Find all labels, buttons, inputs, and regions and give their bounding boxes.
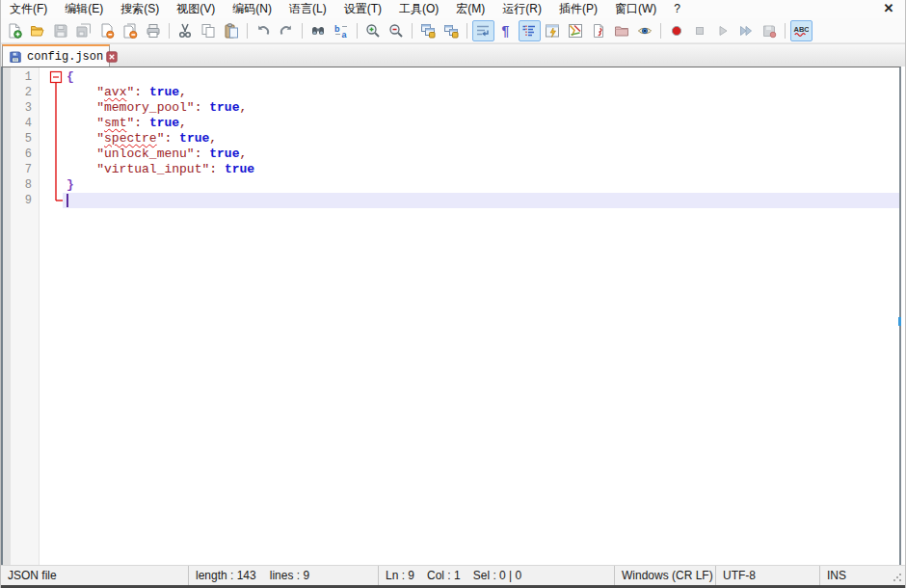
line-number: 7 xyxy=(11,162,39,177)
toolbar-separator xyxy=(247,23,248,39)
document-map-icon xyxy=(568,23,583,39)
code-token: " xyxy=(96,116,104,130)
menu-item-12[interactable]: ? xyxy=(665,0,689,18)
svg-text:a: a xyxy=(342,29,348,39)
window-close-button[interactable]: ✕ xyxy=(878,0,899,18)
save-file-button[interactable] xyxy=(50,20,72,41)
code-line-7[interactable]: "virtual_input": true xyxy=(63,162,899,177)
menu-item-3[interactable]: 视图(V) xyxy=(168,0,224,18)
indent-guide-button[interactable] xyxy=(519,20,541,41)
code-line-6[interactable]: "unlock_menu": true, xyxy=(63,147,899,162)
code-token: , xyxy=(239,147,247,161)
code-token xyxy=(142,116,149,130)
code-line-9[interactable] xyxy=(63,193,899,208)
function-list-icon xyxy=(545,23,560,39)
code-token: , xyxy=(179,85,187,99)
status-encoding[interactable]: UTF-8 xyxy=(716,566,820,585)
code-token: , xyxy=(209,131,217,146)
function-list-button[interactable] xyxy=(542,20,564,41)
toolbar-separator xyxy=(412,23,413,39)
tab-config-json[interactable]: config.json xyxy=(2,44,110,67)
macro-save-button[interactable] xyxy=(759,20,781,41)
cut-button[interactable] xyxy=(174,20,197,41)
menu-item-8[interactable]: 宏(M) xyxy=(447,0,493,18)
undo-button[interactable] xyxy=(253,20,275,41)
code-token: avx xyxy=(104,85,126,99)
menu-item-5[interactable]: 语言(L) xyxy=(280,0,335,18)
document-map-button[interactable] xyxy=(565,20,587,41)
line-number: 4 xyxy=(11,116,39,131)
code-line-8[interactable]: } xyxy=(63,177,899,193)
macro-record-button[interactable] xyxy=(666,20,688,41)
code-line-5[interactable]: "spectre": true, xyxy=(63,131,899,147)
code-line-1[interactable]: { xyxy=(63,69,899,85)
menu-item-0[interactable]: 文件(F) xyxy=(1,0,56,18)
replace-button[interactable]: ba xyxy=(331,20,353,41)
svg-text:¶: ¶ xyxy=(502,23,510,39)
menu-item-6[interactable]: 设置(T) xyxy=(335,0,390,18)
status-insert-mode[interactable]: INS xyxy=(820,566,905,585)
status-eol-format[interactable]: Windows (CR LF) xyxy=(615,566,716,585)
code-token: true xyxy=(149,85,179,99)
line-number: 1 xyxy=(11,69,39,85)
macro-run-multiple-icon xyxy=(738,23,754,39)
macro-record-icon xyxy=(669,23,684,39)
code-area[interactable]: { "avx": true, "memory_pool": true, "smt… xyxy=(63,67,899,565)
code-line-3[interactable]: "memory_pool": true, xyxy=(63,100,899,116)
new-file-button[interactable] xyxy=(4,20,26,41)
zoom-out-button[interactable] xyxy=(386,20,408,41)
code-line-2[interactable]: "avx": true, xyxy=(63,85,899,100)
tab-close-icon[interactable] xyxy=(106,51,118,63)
menu-item-4[interactable]: 编码(N) xyxy=(224,0,280,18)
sync-vertical-scrolling-icon xyxy=(420,23,436,39)
close-file-button[interactable] xyxy=(96,20,119,41)
line-number: 5 xyxy=(11,131,39,147)
macro-stop-button[interactable] xyxy=(689,20,711,41)
word-wrap-button[interactable] xyxy=(472,20,494,41)
print-button[interactable] xyxy=(143,20,165,41)
menu-item-9[interactable]: 运行(R) xyxy=(493,0,550,18)
sync-horizontal-scrolling-button[interactable] xyxy=(440,20,463,41)
menu-item-11[interactable]: 窗口(W) xyxy=(606,0,665,18)
find-button[interactable] xyxy=(307,20,330,41)
copy-button[interactable] xyxy=(198,20,220,41)
menu-item-7[interactable]: 工具(O) xyxy=(390,0,447,18)
code-token: , xyxy=(179,116,187,130)
code-line-4[interactable]: "smt": true, xyxy=(63,116,899,131)
line-number: 2 xyxy=(11,85,39,100)
macro-run-multiple-button[interactable] xyxy=(735,20,758,41)
code-token xyxy=(217,162,225,176)
resize-grip[interactable] xyxy=(893,573,902,582)
close-all-button[interactable] xyxy=(120,20,142,41)
spell-check-icon: ABC xyxy=(793,23,809,39)
editor-pane[interactable]: 123456789 { "avx": true, "memory_pool": … xyxy=(1,67,901,565)
monitoring-button[interactable] xyxy=(634,20,656,41)
menu-item-1[interactable]: 编辑(E) xyxy=(56,0,112,18)
show-all-characters-button[interactable]: ¶ xyxy=(495,20,518,41)
toolbar-separator xyxy=(357,23,358,39)
paste-button[interactable] xyxy=(221,20,243,41)
close-file-icon xyxy=(99,23,115,39)
fold-margin[interactable] xyxy=(40,67,63,565)
save-all-button[interactable] xyxy=(73,20,95,41)
zoom-in-icon xyxy=(365,23,381,39)
code-token: spectre xyxy=(104,131,157,146)
spell-check-button[interactable]: ABC xyxy=(790,20,813,41)
zoom-in-button[interactable] xyxy=(362,20,385,41)
folder-as-workspace-button[interactable] xyxy=(611,20,633,41)
tab-bar: config.json xyxy=(1,43,905,67)
show-all-characters-icon: ¶ xyxy=(498,23,514,39)
redo-button[interactable] xyxy=(276,20,298,41)
document-list-button[interactable] xyxy=(588,20,610,41)
macro-play-button[interactable] xyxy=(712,20,734,41)
indent-guide-icon xyxy=(521,23,537,39)
code-token: "unlock_menu" xyxy=(96,147,194,161)
open-file-button[interactable] xyxy=(27,20,49,41)
menu-item-2[interactable]: 搜索(S) xyxy=(112,0,168,18)
new-file-icon xyxy=(7,23,22,39)
sync-vertical-scrolling-button[interactable] xyxy=(417,20,440,41)
menu-item-10[interactable]: 插件(P) xyxy=(550,0,606,18)
menu-bar: 文件(F)编辑(E)搜索(S)视图(V)编码(N)语言(L)设置(T)工具(O)… xyxy=(1,0,905,18)
line-number: 3 xyxy=(11,100,39,116)
tab-label: config.json xyxy=(27,50,103,64)
